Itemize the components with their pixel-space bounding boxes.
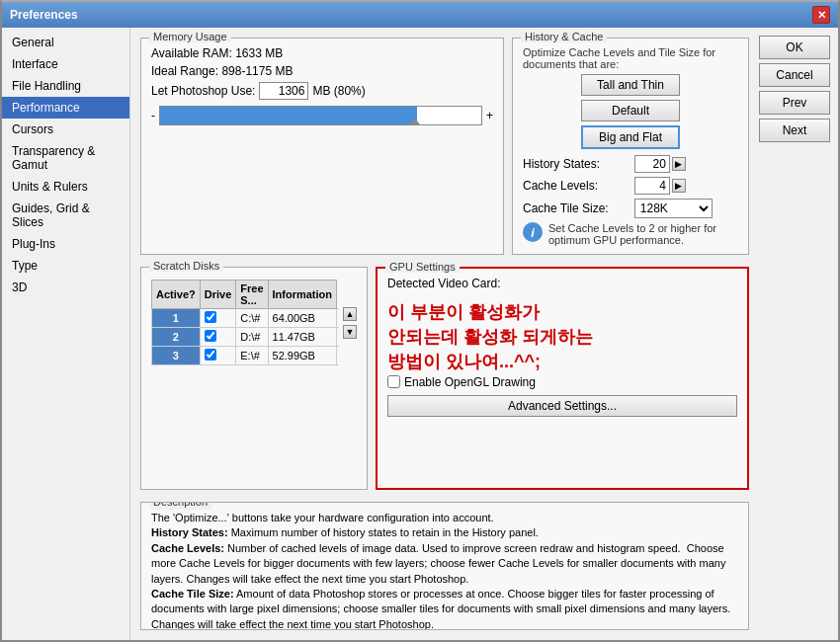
row-3-drive: E:\#	[236, 347, 268, 365]
enable-opengl-label: Enable OpenGL Drawing	[404, 375, 536, 389]
prev-button[interactable]: Prev	[759, 91, 830, 115]
info-icon: i	[523, 222, 543, 242]
gpu-opengl-row: Enable OpenGL Drawing	[387, 375, 737, 389]
let-use-unit: MB (80%)	[312, 84, 365, 98]
sidebar-item-transparency--gamut[interactable]: Transparency & Gamut	[2, 140, 129, 176]
row-num-1: 1	[152, 309, 201, 328]
row-3-active[interactable]	[200, 347, 236, 365]
row-3-free: 52.99GB	[268, 347, 337, 365]
history-section-label: History & Cache	[521, 31, 607, 42]
ok-button[interactable]: OK	[759, 36, 830, 59]
row-1-drive: C:\#	[236, 309, 268, 328]
scratch-section: Scratch Disks Active? Drive Free S... In…	[140, 267, 368, 490]
desc-line-3: Cache Levels: Number of cached levels of…	[151, 541, 738, 587]
table-row: 2 D:\# 11.47GB	[152, 328, 340, 347]
gpu-detected-row: Detected Video Card:	[387, 277, 737, 290]
scratch-scroll-down[interactable]: ▼	[343, 325, 357, 339]
bottom-row: Scratch Disks Active? Drive Free S... In…	[140, 267, 749, 494]
ideal-range-value: 898-1175 MB	[221, 64, 293, 78]
window-title: Preferences	[10, 8, 78, 22]
sidebar-item-type[interactable]: Type	[2, 255, 129, 277]
row-2-drive: D:\#	[236, 328, 268, 347]
scratch-scroll-up[interactable]: ▲	[343, 307, 357, 321]
history-states-label: History States:	[523, 157, 629, 171]
scratch-section-label: Scratch Disks	[149, 260, 223, 272]
cancel-button[interactable]: Cancel	[759, 63, 830, 87]
desc-section-label: Description	[149, 502, 211, 510]
advanced-settings-button[interactable]: Advanced Settings...	[387, 395, 737, 417]
content-area: GeneralInterfaceFile HandlingPerformance…	[2, 28, 838, 640]
memory-section: Memory Usage Available RAM: 1633 MB Idea…	[140, 38, 504, 255]
row-1-free: 64.00GB	[268, 309, 337, 328]
progress-triangle	[410, 119, 420, 124]
sidebar-item-file-handling[interactable]: File Handling	[2, 75, 129, 97]
sidebar-item-interface[interactable]: Interface	[2, 53, 129, 75]
available-ram-value: 1633 MB	[235, 46, 283, 60]
desc-line-1: The 'Optimize...' buttons take your hard…	[151, 511, 738, 525]
cache-levels-label: Cache Levels:	[523, 179, 629, 193]
sidebar-item-3d[interactable]: 3D	[2, 277, 129, 298]
default-button[interactable]: Default	[581, 100, 680, 121]
available-ram-label: Available RAM:	[151, 46, 232, 60]
memory-progress-bar[interactable]	[159, 106, 482, 125]
let-use-row: Let Photoshop Use: MB (80%)	[151, 82, 493, 100]
let-use-label: Let Photoshop Use:	[151, 84, 255, 98]
gpu-section-label: GPU Settings	[385, 261, 460, 273]
row-num-2: 2	[152, 328, 201, 347]
cache-levels-spin[interactable]: ▶	[672, 179, 686, 193]
gpu-korean-text: 이 부분이 활성화가안되는데 활성화 되게하는방법이 있나여...^^;	[387, 300, 737, 375]
scratch-col-free: Free S...	[236, 281, 268, 309]
table-row: 3 E:\# 52.99GB	[152, 347, 340, 365]
scratch-table: Active? Drive Free S... Information 1	[151, 280, 339, 365]
sidebar-item-guides-grid--slices[interactable]: Guides, Grid & Slices	[2, 198, 129, 233]
memory-ideal-row: Ideal Range: 898-1175 MB	[151, 64, 493, 78]
row-2-free: 11.47GB	[268, 328, 337, 347]
scratch-col-info: Information	[268, 281, 337, 309]
title-bar: Preferences ✕	[2, 2, 838, 28]
sidebar-item-performance[interactable]: Performance	[2, 97, 129, 119]
sidebar-item-general[interactable]: General	[2, 32, 129, 53]
row-2-info	[337, 328, 339, 347]
big-flat-button[interactable]: Big and Flat	[581, 125, 680, 149]
right-buttons: OK Cancel Prev Next	[759, 28, 838, 640]
cache-tile-select[interactable]: 128K 256K 512K 1024K	[634, 199, 713, 218]
main-content: Memory Usage Available RAM: 1633 MB Idea…	[130, 28, 759, 640]
memory-slider-row: - +	[151, 106, 493, 125]
history-states-value[interactable]	[634, 155, 670, 173]
cache-levels-input: ▶	[634, 177, 713, 195]
enable-opengl-checkbox[interactable]	[387, 375, 400, 388]
sidebar-item-cursors[interactable]: Cursors	[2, 119, 129, 140]
let-use-input[interactable]	[259, 82, 308, 100]
history-grid: History States: ▶ Cache Levels: ▶ Cach	[523, 155, 738, 218]
cache-levels-value[interactable]	[634, 177, 670, 195]
gpu-section: GPU Settings Detected Video Card: 이 부분이 …	[376, 267, 749, 490]
row-1-info	[337, 309, 339, 328]
preferences-window: Preferences ✕ GeneralInterfaceFile Handl…	[0, 0, 840, 642]
history-states-input: ▶	[634, 155, 713, 173]
sidebar-item-plug-ins[interactable]: Plug-Ins	[2, 233, 129, 255]
next-button[interactable]: Next	[759, 119, 830, 142]
history-buttons: Tall and Thin Default Big and Flat	[523, 74, 738, 149]
scratch-col-active: Active?	[152, 281, 201, 309]
history-states-spin[interactable]: ▶	[672, 157, 686, 171]
row-num-3: 3	[152, 347, 201, 365]
description-section: Description The 'Optimize...' buttons ta…	[140, 502, 749, 630]
plus-icon: +	[486, 109, 493, 122]
desc-line-4: Cache Tile Size: Amount of data Photosho…	[151, 587, 738, 630]
row-3-info	[337, 347, 339, 365]
top-row: Memory Usage Available RAM: 1633 MB Idea…	[140, 38, 749, 259]
history-section: History & Cache Optimize Cache Levels an…	[512, 38, 749, 255]
progress-fill	[160, 107, 417, 124]
row-2-active[interactable]	[200, 328, 236, 347]
table-row: 1 C:\# 64.00GB	[152, 309, 340, 328]
close-button[interactable]: ✕	[812, 6, 830, 24]
cache-tile-label: Cache Tile Size:	[523, 201, 629, 215]
info-text: Set Cache Levels to 2 or higher for opti…	[548, 222, 738, 246]
scratch-col-drive: Drive	[200, 281, 236, 309]
minus-icon: -	[151, 109, 155, 122]
sidebar-item-units--rulers[interactable]: Units & Rulers	[2, 176, 129, 198]
row-1-active[interactable]	[200, 309, 236, 328]
info-row: i Set Cache Levels to 2 or higher for op…	[523, 222, 738, 246]
memory-section-label: Memory Usage	[149, 31, 231, 42]
tall-thin-button[interactable]: Tall and Thin	[581, 74, 680, 96]
